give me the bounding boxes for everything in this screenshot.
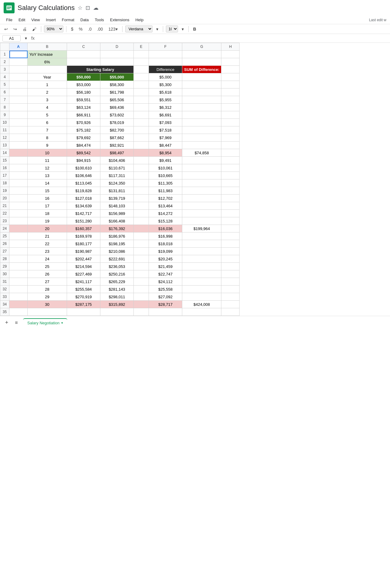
cell-f18[interactable]: $11,305 bbox=[149, 179, 182, 187]
cell-c2[interactable] bbox=[67, 58, 100, 66]
number-format-button[interactable]: 123▾ bbox=[106, 26, 119, 32]
cell-e10[interactable] bbox=[134, 119, 149, 126]
menu-file[interactable]: File bbox=[4, 16, 15, 23]
cell-g16[interactable] bbox=[182, 164, 221, 172]
cell-c7[interactable]: $59,551 bbox=[67, 96, 100, 104]
cell-g20[interactable] bbox=[182, 195, 221, 202]
cell-d6[interactable]: $61,798 bbox=[100, 89, 134, 96]
cell-e6[interactable] bbox=[134, 89, 149, 96]
cell-f24[interactable]: $16,036 bbox=[149, 225, 182, 232]
cell-e24[interactable] bbox=[134, 225, 149, 232]
cell-g23[interactable] bbox=[182, 217, 221, 225]
cell-e35[interactable] bbox=[134, 308, 149, 316]
cell-f17[interactable]: $10,665 bbox=[149, 172, 182, 179]
cell-a35[interactable] bbox=[9, 308, 28, 316]
font-size-select[interactable]: 10 11 12 bbox=[166, 25, 178, 32]
col-header-b[interactable]: B bbox=[28, 43, 67, 51]
cell-f3-header[interactable]: Difference bbox=[149, 66, 182, 73]
cell-d29[interactable]: $236,053 bbox=[100, 263, 134, 270]
cell-c25[interactable]: $169,978 bbox=[67, 232, 100, 240]
cell-a5[interactable] bbox=[9, 81, 28, 89]
formula-input[interactable] bbox=[37, 35, 388, 41]
cell-g8[interactable] bbox=[182, 104, 221, 111]
cell-d15[interactable]: $104,406 bbox=[100, 157, 134, 164]
cell-h26[interactable] bbox=[221, 240, 240, 248]
cell-g14[interactable]: $74,858 bbox=[182, 149, 221, 157]
cell-f30[interactable]: $22,747 bbox=[149, 270, 182, 278]
cell-c16[interactable]: $100,610 bbox=[67, 164, 100, 172]
cell-f34[interactable]: $28,717 bbox=[149, 301, 182, 308]
cell-d10[interactable]: $78,019 bbox=[100, 119, 134, 126]
cell-f12[interactable]: $7,969 bbox=[149, 134, 182, 142]
cell-d17[interactable]: $117,311 bbox=[100, 172, 134, 179]
cell-d2[interactable] bbox=[100, 58, 134, 66]
cell-d26[interactable]: $198,195 bbox=[100, 240, 134, 248]
col-header-e[interactable]: E bbox=[134, 43, 149, 51]
cell-f25[interactable]: $16,998 bbox=[149, 232, 182, 240]
cell-a10[interactable] bbox=[9, 119, 28, 126]
cell-a12[interactable] bbox=[9, 134, 28, 142]
cell-b29[interactable]: 25 bbox=[28, 263, 67, 270]
cell-d7[interactable]: $65,506 bbox=[100, 96, 134, 104]
cell-a24[interactable] bbox=[9, 225, 28, 232]
cell-c24[interactable]: $160,357 bbox=[67, 225, 100, 232]
cell-b17[interactable]: 13 bbox=[28, 172, 67, 179]
cell-g22[interactable] bbox=[182, 210, 221, 217]
cell-b12[interactable]: 8 bbox=[28, 134, 67, 142]
cell-b6[interactable]: 2 bbox=[28, 89, 67, 96]
cell-b4[interactable]: Year bbox=[28, 73, 67, 81]
cell-a27[interactable] bbox=[9, 248, 28, 255]
cell-e14[interactable] bbox=[134, 149, 149, 157]
currency-button[interactable]: $ bbox=[69, 26, 75, 32]
cell-b27[interactable]: 23 bbox=[28, 248, 67, 255]
cell-e28[interactable] bbox=[134, 255, 149, 263]
cell-e21[interactable] bbox=[134, 202, 149, 210]
cell-g17[interactable] bbox=[182, 172, 221, 179]
cell-b22[interactable]: 18 bbox=[28, 210, 67, 217]
cell-h18[interactable] bbox=[221, 179, 240, 187]
cell-h2[interactable] bbox=[221, 58, 240, 66]
cell-e18[interactable] bbox=[134, 179, 149, 187]
cell-h33[interactable] bbox=[221, 293, 240, 301]
cell-e30[interactable] bbox=[134, 270, 149, 278]
cell-c18[interactable]: $113,045 bbox=[67, 179, 100, 187]
cell-e32[interactable] bbox=[134, 286, 149, 293]
cell-f4[interactable]: $5,000 bbox=[149, 73, 182, 81]
cell-a11[interactable] bbox=[9, 126, 28, 134]
print-button[interactable]: 🖨 bbox=[21, 26, 29, 32]
col-header-h[interactable]: H bbox=[221, 43, 240, 51]
cell-g12[interactable] bbox=[182, 134, 221, 142]
zoom-select[interactable]: 90% 100% 75% bbox=[44, 25, 63, 32]
paint-format-button[interactable]: 🖌 bbox=[30, 26, 38, 32]
cell-h9[interactable] bbox=[221, 111, 240, 119]
cell-c31[interactable]: $241,117 bbox=[67, 278, 100, 286]
cell-a33[interactable] bbox=[9, 293, 28, 301]
cell-d27[interactable]: $210,086 bbox=[100, 248, 134, 255]
cell-a4[interactable] bbox=[9, 73, 28, 81]
cell-a29[interactable] bbox=[9, 263, 28, 270]
cell-d16[interactable]: $110,671 bbox=[100, 164, 134, 172]
cell-f29[interactable]: $21,459 bbox=[149, 263, 182, 270]
cell-a15[interactable] bbox=[9, 157, 28, 164]
cell-f35[interactable] bbox=[149, 308, 182, 316]
bold-button[interactable]: B bbox=[191, 26, 198, 32]
cell-b19[interactable]: 15 bbox=[28, 187, 67, 195]
cell-h14[interactable] bbox=[221, 149, 240, 157]
menu-format[interactable]: Format bbox=[59, 16, 77, 23]
menu-extensions[interactable]: Extensions bbox=[108, 16, 132, 23]
cell-d9[interactable]: $73,602 bbox=[100, 111, 134, 119]
cell-b3[interactable] bbox=[28, 66, 67, 73]
cell-f11[interactable]: $7,518 bbox=[149, 126, 182, 134]
font-chevron-icon[interactable]: ▾ bbox=[154, 26, 160, 32]
cell-c4[interactable]: $50,000 bbox=[67, 73, 100, 81]
folder-icon[interactable]: ⊡ bbox=[86, 5, 90, 11]
sheet-menu-button[interactable]: ≡ bbox=[12, 319, 21, 327]
menu-view[interactable]: View bbox=[29, 16, 42, 23]
cell-a22[interactable] bbox=[9, 210, 28, 217]
cell-b13[interactable]: 9 bbox=[28, 142, 67, 149]
cell-e17[interactable] bbox=[134, 172, 149, 179]
cell-h6[interactable] bbox=[221, 89, 240, 96]
cell-e9[interactable] bbox=[134, 111, 149, 119]
cell-e7[interactable] bbox=[134, 96, 149, 104]
cell-g24[interactable]: $199,964 bbox=[182, 225, 221, 232]
